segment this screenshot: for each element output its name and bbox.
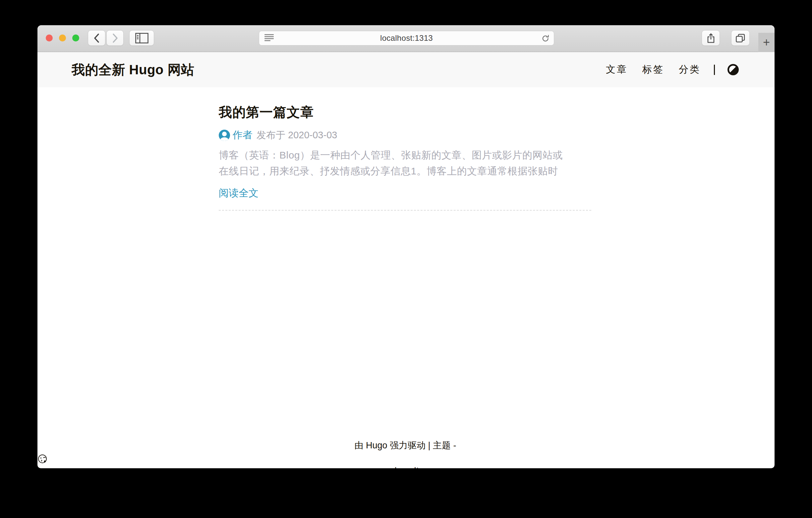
user-circle-icon — [219, 130, 230, 141]
share-button[interactable] — [702, 30, 720, 46]
url-text[interactable]: localhost:1313 — [380, 33, 433, 43]
site-title[interactable]: 我的全新 Hugo 网站 — [71, 61, 194, 79]
tabs-overview-icon — [735, 33, 746, 43]
browser-window: localhost:1313 — [37, 25, 775, 468]
browser-toolbar: localhost:1313 — [37, 25, 775, 52]
post-divider — [219, 210, 591, 211]
site-footer: 由 Hugo 强力驱动 | 主题 - LoveIt ©2020 — [37, 439, 775, 468]
refresh-icon[interactable] — [541, 34, 550, 43]
theme-name-link[interactable]: LoveIt — [395, 466, 419, 468]
theme-toggle-icon[interactable] — [727, 64, 739, 75]
sidebar-toggle-button[interactable] — [129, 30, 154, 46]
share-icon — [706, 33, 715, 44]
address-bar[interactable]: localhost:1313 — [259, 31, 554, 46]
minimize-window-button[interactable] — [59, 34, 66, 42]
site-header: 我的全新 Hugo 网站 文章 标签 分类 — [37, 52, 775, 87]
close-window-button[interactable] — [46, 34, 53, 42]
forward-button[interactable] — [106, 30, 124, 46]
back-button[interactable] — [88, 30, 106, 46]
plus-icon: + — [763, 35, 770, 49]
powered-by-text: 由 Hugo 强力驱动 | 主题 - — [354, 440, 456, 451]
post-meta: 作者 发布于 2020-03-03 — [219, 128, 591, 142]
author-link[interactable]: 作者 — [233, 128, 253, 142]
summary-line: 博客（英语：Blog）是一种由个人管理、张贴新的文章、图片或影片的网站或 — [219, 147, 591, 163]
post-title[interactable]: 我的第一篇文章 — [219, 105, 591, 120]
show-tabs-button[interactable] — [731, 30, 750, 46]
summary-line: 在线日记，用来纪录、抒发情感或分享信息1。博客上的文章通常根据张贴时 — [219, 163, 591, 179]
reader-mode-icon[interactable] — [264, 34, 274, 43]
footer-powered-line: 由 Hugo 强力驱动 | 主题 - LoveIt — [37, 439, 775, 468]
nav-item-categories[interactable]: 分类 — [679, 63, 701, 76]
new-tab-button[interactable]: + — [758, 33, 775, 52]
sidebar-icon — [135, 33, 148, 44]
nav-divider — [714, 65, 715, 75]
post-summary-text: 博客（英语：Blog）是一种由个人管理、张贴新的文章、图片或影片的网站或 在线日… — [219, 147, 591, 179]
read-more-link[interactable]: 阅读全文 — [219, 186, 259, 200]
post-summary: 我的第一篇文章 作者 发布于 2020-03-03 博客（英语：Blog）是一种… — [219, 87, 591, 211]
kissing-face-icon — [37, 454, 775, 464]
chevron-right-icon — [111, 33, 119, 43]
nav-item-posts[interactable]: 文章 — [606, 63, 628, 76]
publish-date: 发布于 2020-03-03 — [257, 129, 337, 142]
nav-item-tags[interactable]: 标签 — [642, 63, 664, 76]
chevron-left-icon — [93, 33, 100, 43]
zoom-window-button[interactable] — [72, 34, 79, 42]
